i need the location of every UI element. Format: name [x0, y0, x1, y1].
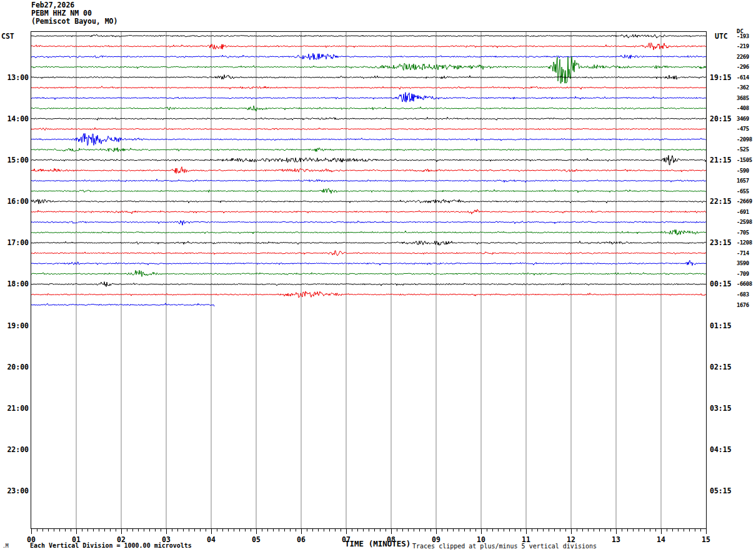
left-axis-header-cst: CST: [1, 32, 14, 41]
seismogram-trace: [31, 229, 706, 235]
dc-offset-value: -475: [737, 126, 749, 132]
seismogram-traces-canvas: [31, 32, 706, 528]
hour-label-utc: 04:15: [710, 445, 732, 454]
hour-label-cst: 14:00: [0, 114, 29, 123]
plot-title-block: Feb27,2026 PEBM HHZ NM 00 (Pemiscot Bayo…: [31, 1, 117, 26]
scale-note: Each Vertical Division = 1000.00 microvo…: [30, 542, 192, 549]
dc-offset-value: -691: [737, 209, 749, 215]
minute-label: 15: [694, 535, 719, 544]
minute-label: 14: [649, 535, 674, 544]
title-location: (Pemiscot Bayou, MO): [31, 18, 117, 26]
seismogram-trace: [31, 241, 706, 245]
dc-offset-value: 1676: [737, 302, 749, 308]
minute-label: 04: [199, 535, 224, 544]
seismogram-trace: [31, 106, 706, 111]
seismogram-trace: [31, 128, 706, 130]
seismogram-trace: [31, 303, 214, 306]
dc-offset-value: -714: [737, 250, 749, 256]
dc-offset-value: -219: [737, 43, 749, 49]
helicorder-page: Feb27,2026 PEBM HHZ NM 00 (Pemiscot Bayo…: [0, 0, 756, 554]
seismogram-trace: [31, 188, 706, 193]
seismogram-trace: [31, 86, 706, 89]
dc-offset-value: -614: [737, 74, 749, 81]
seismogram-trace: [31, 179, 706, 182]
dc-offset-value: -1208: [737, 239, 752, 246]
seismogram-trace: [31, 199, 706, 204]
hour-label-utc: 05:15: [710, 486, 732, 495]
hour-label-utc: 02:15: [710, 363, 732, 371]
hour-label-utc: 23:15: [710, 238, 732, 247]
hour-label-cst: 13:00: [0, 73, 29, 82]
seismogram-trace: [31, 251, 706, 256]
dc-offset-value: 3590: [737, 260, 749, 266]
seismogram-trace: [31, 221, 706, 226]
hour-label-cst: 16:00: [0, 197, 29, 206]
hour-label-utc: 20:15: [710, 114, 732, 123]
dc-offset-value: -525: [737, 146, 749, 153]
dc-offset-value: -705: [737, 229, 749, 236]
hour-label-cst: 19:00: [0, 321, 29, 330]
seismogram-trace: [31, 155, 706, 165]
hour-label-cst: 18:00: [0, 280, 29, 288]
hour-label-cst: 23:00: [0, 486, 29, 495]
seismogram-trace: [31, 75, 706, 80]
hour-label-utc: 19:15: [710, 73, 732, 82]
dc-offset-value: -709: [737, 271, 749, 277]
seismogram-trace: [31, 167, 706, 174]
dc-offset-value: 1657: [737, 178, 749, 184]
seismogram-plot-area: [31, 31, 707, 529]
seismogram-trace: [31, 148, 706, 152]
hour-label-utc: 03:15: [710, 404, 732, 413]
watermark: .M: [2, 543, 9, 549]
seismogram-trace: [31, 53, 706, 60]
dc-offset-value: -362: [737, 84, 749, 91]
dc-offset-value: -683: [737, 291, 749, 298]
seismogram-trace: [31, 117, 706, 120]
dc-offset-value: 3685: [737, 95, 749, 101]
seismogram-trace: [31, 270, 706, 276]
dc-offset-value: -296: [737, 64, 749, 70]
seismogram-trace: [31, 56, 706, 83]
seismogram-trace: [31, 260, 706, 265]
dc-offset-value: -408: [737, 105, 749, 111]
hour-label-cst: 22:00: [0, 445, 29, 454]
seismogram-trace: [31, 291, 706, 298]
seismogram-trace: [31, 93, 706, 103]
hour-label-cst: 20:00: [0, 363, 29, 371]
seismogram-trace: [31, 34, 706, 38]
dc-offset-value: -2098: [737, 136, 752, 143]
seismogram-trace: [31, 133, 706, 145]
seismogram-trace: [31, 209, 706, 214]
hour-label-cst: 21:00: [0, 404, 29, 413]
clip-note: Traces clipped at plus/minus 5 vertical …: [412, 543, 597, 550]
seismogram-trace: [31, 43, 706, 50]
hour-label-utc: 21:15: [710, 156, 732, 164]
dc-offset-value: -590: [737, 168, 749, 174]
dc-offset-value: -1505: [737, 157, 752, 163]
x-axis-title: TIME (MINUTES): [345, 539, 410, 548]
minute-label: 13: [604, 535, 629, 544]
dc-offset-value: 2269: [737, 54, 749, 60]
dc-offset-value: 3469: [737, 116, 749, 122]
seismogram-trace: [31, 282, 706, 287]
hour-label-utc: 00:15: [710, 280, 732, 288]
right-axis-header-utc: UTC: [715, 32, 728, 41]
dc-offset-value: -193: [737, 33, 749, 39]
hour-label-utc: 01:15: [710, 321, 732, 330]
dc-offset-value: -655: [737, 188, 749, 194]
hour-label-utc: 22:15: [710, 197, 732, 206]
minute-label: 05: [244, 535, 269, 544]
hour-label-cst: 15:00: [0, 156, 29, 164]
dc-offset-value: -2598: [737, 219, 752, 225]
minute-label: 06: [289, 535, 314, 544]
dc-offset-value: -2669: [737, 198, 752, 204]
dc-offset-value: -6608: [737, 281, 752, 287]
hour-label-cst: 17:00: [0, 238, 29, 247]
